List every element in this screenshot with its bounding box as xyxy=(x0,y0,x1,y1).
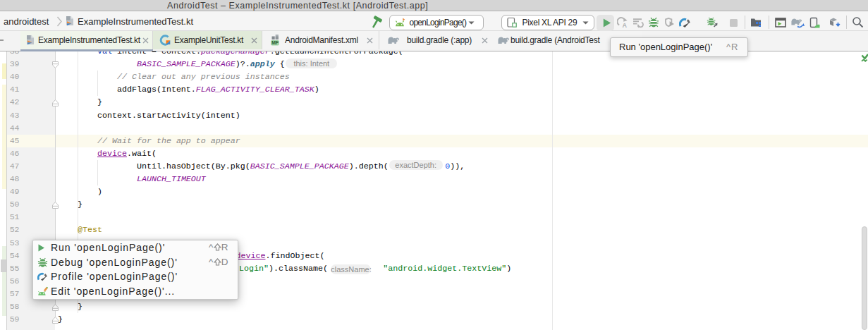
svg-text:MF: MF xyxy=(271,40,279,45)
svg-text:A: A xyxy=(622,22,627,29)
